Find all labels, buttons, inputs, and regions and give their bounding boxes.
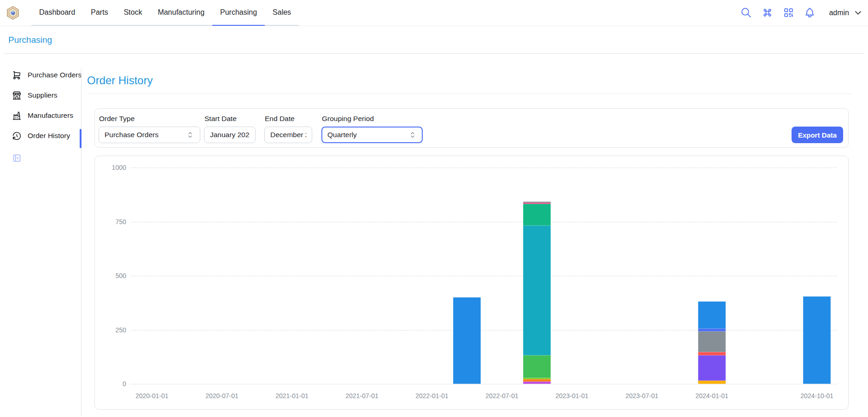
sidebar-item-suppliers[interactable]: Suppliers <box>12 89 82 102</box>
export-data-button[interactable]: Export Data <box>792 127 843 143</box>
gridline <box>130 384 837 384</box>
sidebar-item-label: Order History <box>28 132 70 140</box>
breadcrumb: Purchasing <box>4 26 864 54</box>
user-menu[interactable]: admin <box>825 8 862 17</box>
gridline <box>130 276 837 276</box>
history-icon <box>12 131 22 141</box>
page-body: Purchase Orders Suppliers M <box>0 54 868 417</box>
bar-segment[interactable] <box>523 203 551 204</box>
x-tick-label: 2024-10-01 <box>787 391 847 400</box>
y-tick-label: 0 <box>95 379 126 388</box>
factory-icon <box>12 111 22 121</box>
y-tick-label: 1000 <box>95 163 126 172</box>
bar-segment[interactable] <box>523 379 551 382</box>
selector-icon <box>408 131 417 139</box>
order-type-select[interactable]: Purchase Orders <box>99 127 200 143</box>
sidebar-item-purchase-orders[interactable]: Purchase Orders <box>12 69 82 81</box>
x-tick-label: 2020-01-01 <box>122 391 182 400</box>
tab-dashboard[interactable]: Dashboard <box>31 0 83 26</box>
end-date-label: End Date <box>265 115 295 123</box>
selector-icon <box>186 131 194 139</box>
bar-segment[interactable] <box>523 204 551 226</box>
bar-segment[interactable] <box>523 202 551 203</box>
bar-segment[interactable] <box>698 301 726 328</box>
start-date-label: Start Date <box>204 115 237 123</box>
chevron-down-icon <box>854 8 862 17</box>
bar-segment[interactable] <box>523 382 551 384</box>
command-icon[interactable] <box>762 7 773 18</box>
store-icon <box>12 91 22 100</box>
filter-panel: Order Type Start Date End Date Grouping … <box>94 108 849 148</box>
title-divider <box>87 93 852 94</box>
app-header: Dashboard Parts Stock Manufacturing Purc… <box>0 0 868 26</box>
sidebar-item-manufacturers[interactable]: Manufacturers <box>12 109 82 122</box>
tab-parts[interactable]: Parts <box>83 0 116 26</box>
grouping-period-label: Grouping Period <box>322 115 374 123</box>
main-nav-tabs: Dashboard Parts Stock Manufacturing Purc… <box>31 0 299 26</box>
gridline <box>130 168 837 168</box>
y-tick-label: 250 <box>95 325 126 335</box>
bar-segment[interactable] <box>523 378 551 379</box>
x-tick-label: 2022-01-01 <box>402 391 462 400</box>
gridline <box>130 222 837 222</box>
sidebar-item-label: Suppliers <box>28 91 58 99</box>
bar-segment[interactable] <box>698 381 726 384</box>
grouping-period-value: Quarterly <box>327 131 408 139</box>
bar-segment[interactable] <box>453 297 481 384</box>
tab-stock[interactable]: Stock <box>116 0 150 26</box>
tab-sales[interactable]: Sales <box>265 0 299 26</box>
sidebar-item-label: Purchase Orders <box>28 71 82 79</box>
y-tick-label: 750 <box>95 217 126 226</box>
sidebar-collapse-icon[interactable] <box>12 153 22 163</box>
bell-icon[interactable] <box>804 7 816 18</box>
user-name: admin <box>829 9 849 17</box>
bar-segment[interactable] <box>698 331 726 352</box>
x-tick-label: 2020-07-01 <box>192 391 252 400</box>
page-title: Order History <box>87 74 153 87</box>
sidebar-item-order-history[interactable]: Order History <box>12 129 82 142</box>
tab-manufacturing[interactable]: Manufacturing <box>150 0 212 26</box>
tab-purchasing[interactable]: Purchasing <box>212 0 265 26</box>
x-tick-label: 2021-07-01 <box>332 391 392 400</box>
bar-segment[interactable] <box>698 329 726 331</box>
header-actions: admin <box>740 0 862 25</box>
grouping-period-select[interactable]: Quarterly <box>321 127 423 143</box>
gridline <box>130 330 837 330</box>
x-tick-label: 2022-07-01 <box>472 391 532 400</box>
bar-segment[interactable] <box>523 226 551 355</box>
sidebar: Purchase Orders Suppliers M <box>12 69 82 163</box>
order-type-label: Order Type <box>99 115 134 123</box>
order-history-chart[interactable]: 025050075010002020-01-012020-07-012021-0… <box>94 156 849 410</box>
sidebar-divider <box>81 69 82 417</box>
sidebar-active-indicator <box>80 129 82 148</box>
order-type-value: Purchase Orders <box>105 131 186 139</box>
x-tick-label: 2021-01-01 <box>262 391 322 400</box>
x-tick-label: 2023-01-01 <box>542 391 602 400</box>
x-tick-label: 2024-01-01 <box>682 391 742 400</box>
end-date-input[interactable] <box>264 127 312 143</box>
app-logo-icon[interactable] <box>6 6 20 26</box>
shopping-cart-icon <box>12 70 22 80</box>
bar-segment[interactable] <box>698 352 726 355</box>
sidebar-item-label: Manufacturers <box>28 111 73 120</box>
y-tick-label: 500 <box>95 271 126 280</box>
breadcrumb-purchasing[interactable]: Purchasing <box>8 35 52 45</box>
bar-segment[interactable] <box>523 355 551 378</box>
search-icon[interactable] <box>740 7 752 18</box>
bar-segment[interactable] <box>803 296 831 384</box>
bar-segment[interactable] <box>698 355 726 381</box>
start-date-input[interactable] <box>204 127 256 143</box>
qrcode-icon[interactable] <box>783 7 794 18</box>
x-tick-label: 2023-07-01 <box>612 391 672 400</box>
